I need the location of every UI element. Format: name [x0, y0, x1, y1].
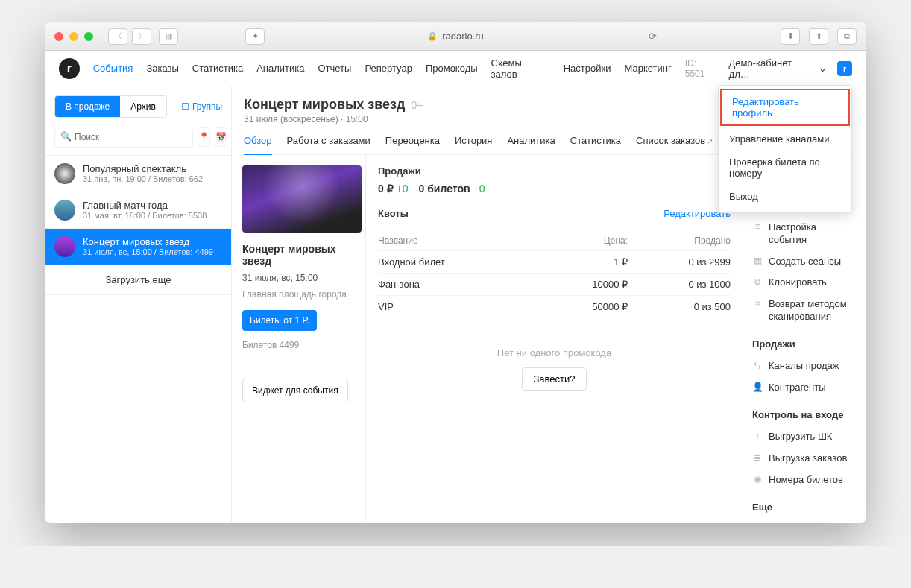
lock-icon: 🔒: [427, 31, 438, 41]
extension-button[interactable]: ✦: [245, 28, 265, 45]
address-bar[interactable]: 🔒 radario.ru: [427, 31, 484, 42]
checkbox-icon: ☐: [181, 101, 189, 112]
action-export-orders[interactable]: ≣Выгрузка заказов: [752, 448, 857, 470]
tab-stats[interactable]: Статистика: [570, 135, 621, 154]
event-list: Популярный спектакль 31 янв, пн, 19:00 /…: [45, 155, 231, 295]
col-sold: Продано: [628, 231, 731, 251]
table-row: Входной билет1 ₽0 из 2999: [378, 251, 731, 274]
nav-halls[interactable]: Схемы залов: [491, 57, 550, 80]
settings-icon: ≡: [752, 221, 763, 233]
nav-settings[interactable]: Настройки: [564, 63, 611, 74]
event-title: Концерт мировых звезд: [83, 236, 213, 247]
window-controls: [54, 32, 93, 41]
nav-repertoire[interactable]: Репертуар: [365, 63, 412, 74]
event-cover: [242, 165, 362, 233]
downloads-button[interactable]: ⬇: [781, 28, 800, 45]
control-heading: Контроль на входе: [752, 409, 857, 420]
tab-orders[interactable]: Работа с заказами: [287, 135, 371, 154]
tab-order-list[interactable]: Список заказов↗: [636, 135, 713, 154]
date-filter[interactable]: 📅: [215, 127, 227, 147]
sidebar-toggle[interactable]: ▥: [159, 28, 178, 45]
col-name: Название: [378, 231, 541, 251]
nav-reports[interactable]: Отчеты: [318, 63, 351, 74]
nav-marketing[interactable]: Маркетинг: [624, 63, 671, 74]
maximize-window[interactable]: [84, 32, 93, 41]
action-create-sessions[interactable]: ▦Создать сеансы: [752, 251, 857, 273]
reload-icon[interactable]: ⟳: [649, 31, 657, 42]
tickets-left: Билетов 4499: [242, 340, 355, 350]
dropdown-logout[interactable]: Выход: [719, 185, 851, 208]
load-more-button[interactable]: Загрузить еще: [45, 265, 231, 295]
action-scan-refund[interactable]: ⌗Возврат методом сканирования: [752, 294, 857, 328]
logo[interactable]: r: [59, 58, 80, 79]
action-channels[interactable]: ⇆Каналы продаж: [752, 355, 857, 377]
more-heading: Еще: [752, 502, 857, 513]
summary-date: 31 июля, вс, 15:00: [242, 273, 355, 283]
sales-tickets-delta: +0: [473, 183, 485, 195]
event-sub: 31 июля, вс, 15:00 / Билетов: 4499: [83, 247, 213, 256]
event-title: Популярный спектакль: [83, 163, 203, 174]
event-item[interactable]: Главный матч года 31 мая, вт, 18:00 / Би…: [45, 192, 231, 229]
action-ticket-numbers[interactable]: ◉Номера билетов: [752, 470, 857, 491]
tab-history[interactable]: История: [455, 135, 492, 154]
price-button[interactable]: Билеты от 1 Р.: [242, 310, 317, 331]
nav-promo[interactable]: Промокоды: [426, 63, 478, 74]
quotas-table: Название Цена: Продано Входной билет1 ₽0…: [378, 231, 731, 317]
groups-toggle[interactable]: ☐ Группы: [181, 101, 222, 112]
minimize-window[interactable]: [69, 32, 78, 41]
dropdown-edit-profile[interactable]: Редактировать профиль: [720, 89, 850, 126]
sales-tickets: 0 билетов: [419, 183, 470, 195]
ticket-icon: ◉: [752, 474, 763, 486]
copy-icon: ⧉: [752, 276, 763, 288]
event-item[interactable]: Популярный спектакль 31 янв, пн, 19:00 /…: [45, 156, 231, 192]
col-price: Цена:: [541, 231, 628, 251]
action-clone[interactable]: ⧉Клонировать: [752, 272, 857, 294]
account-dropdown: Редактировать профиль Управление каналам…: [718, 85, 852, 213]
tab-reprice[interactable]: Переоценка: [385, 135, 440, 154]
action-agents[interactable]: 👤Контрагенты: [752, 377, 857, 399]
dropdown-channels[interactable]: Управление каналами: [719, 127, 851, 151]
search-input[interactable]: [54, 127, 193, 148]
channels-icon: ⇆: [752, 360, 763, 372]
event-summary-column: Концерт мировых звезд 31 июля, вс, 15:00…: [232, 155, 366, 523]
seg-archive[interactable]: Архив: [120, 96, 166, 117]
dropdown-check-ticket[interactable]: Проверка билета по номеру: [719, 151, 851, 185]
nav-orders[interactable]: Заказы: [146, 63, 178, 74]
event-sub: 31 янв, пн, 19:00 / Билетов: 662: [83, 174, 203, 183]
nav-stats[interactable]: Статистика: [192, 63, 243, 74]
list-icon: ≣: [752, 452, 763, 464]
event-item[interactable]: Концерт мировых звезд 31 июля, вс, 15:00…: [45, 229, 231, 265]
share-button[interactable]: ⬆: [809, 28, 828, 45]
summary-place: Главная площадь города: [242, 289, 355, 300]
tab-analytics[interactable]: Аналитика: [507, 135, 555, 154]
quotas-heading: Квоты: [378, 208, 409, 219]
person-icon: 👤: [752, 382, 763, 393]
location-filter[interactable]: 📍: [198, 127, 210, 147]
tab-overview[interactable]: Обзор: [244, 135, 272, 155]
nav-events[interactable]: События: [93, 63, 133, 74]
tabs-button[interactable]: ⧉: [837, 28, 857, 45]
summary-title: Концерт мировых звезд: [242, 243, 355, 267]
account-menu-button[interactable]: Демо-кабинет дл… ⌄: [729, 57, 828, 80]
promo-empty-text: Нет ни одного промокода: [378, 347, 731, 358]
table-row: VIP50000 ₽0 из 500: [378, 296, 731, 318]
nav-analytics[interactable]: Аналитика: [256, 63, 304, 74]
seg-on-sale[interactable]: В продаже: [55, 96, 120, 117]
account-name: Демо-кабинет дл…: [729, 57, 815, 80]
chevron-down-icon: ⌄: [819, 63, 827, 74]
event-thumb: [54, 236, 75, 257]
forward-button[interactable]: 〉: [132, 28, 151, 45]
add-promo-button[interactable]: Завести?: [522, 367, 586, 391]
action-settings[interactable]: ≡Настройка события: [752, 217, 857, 251]
widget-button[interactable]: Виджет для события: [242, 379, 348, 402]
url-text: radario.ru: [442, 31, 484, 42]
event-title: Главный матч года: [83, 200, 207, 211]
scan-icon: ⌗: [752, 298, 763, 310]
action-export-bc[interactable]: ↑Выгрузить ШК: [752, 426, 857, 448]
status-segment: В продаже Архив: [54, 95, 167, 118]
app-icon[interactable]: r: [837, 61, 852, 76]
external-icon: ↗: [707, 137, 713, 145]
back-button[interactable]: 〈: [108, 28, 127, 45]
sales-amount-delta: +0: [397, 183, 409, 195]
close-window[interactable]: [54, 32, 63, 41]
